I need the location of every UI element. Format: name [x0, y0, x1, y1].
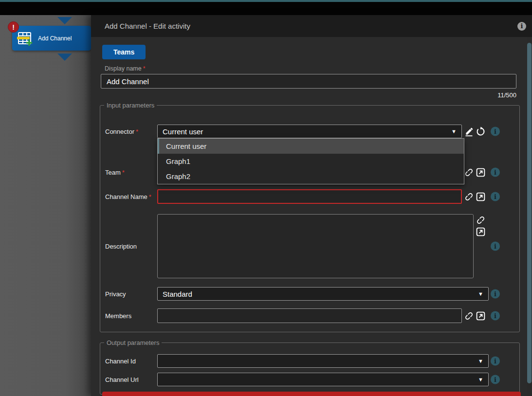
- required-asterisk: *: [143, 65, 146, 72]
- workflow-canvas[interactable]: ! Add Channel: [0, 15, 91, 396]
- edit-activity-panel: Add Channel - Edit activity i Teams Disp…: [91, 15, 532, 396]
- tab-teams[interactable]: Teams: [102, 45, 146, 59]
- description-info-icon[interactable]: i: [491, 242, 500, 251]
- connector-label: Connector*: [100, 128, 157, 135]
- workflow-node-add-channel[interactable]: Add Channel: [12, 26, 91, 51]
- dropdown-option-graph1[interactable]: Graph1: [158, 154, 464, 169]
- team-info-icon[interactable]: i: [491, 168, 500, 177]
- flow-arrow-bottom-icon: [57, 54, 72, 61]
- members-row: Members: [100, 308, 519, 323]
- open-in-new-icon[interactable]: [476, 192, 486, 202]
- panel-info-icon[interactable]: i: [517, 22, 526, 31]
- connector-row: Connector* Current user ▼: [100, 125, 519, 138]
- required-asterisk: *: [136, 128, 138, 135]
- input-parameters-legend: Input parameters: [104, 102, 157, 109]
- dropdown-option-graph2[interactable]: Graph2: [158, 169, 464, 184]
- panel-body: Teams Display name* 11/500 Input paramet…: [91, 37, 532, 396]
- channel-id-label: Channel Id: [100, 358, 157, 365]
- display-name-label: Display name*: [105, 65, 532, 72]
- open-in-new-icon[interactable]: [476, 167, 486, 178]
- channel-url-select[interactable]: ▼: [157, 373, 489, 386]
- panel-scrollbar[interactable]: [527, 37, 532, 396]
- link-variable-icon[interactable]: [476, 215, 486, 225]
- channel-url-row: Channel Url ▼ i: [100, 373, 519, 386]
- open-in-new-icon[interactable]: [476, 311, 486, 321]
- add-channel-table-icon: [17, 30, 33, 47]
- link-variable-icon[interactable]: [464, 311, 474, 321]
- channel-id-info-icon[interactable]: i: [491, 357, 500, 366]
- privacy-label: Privacy: [100, 290, 157, 298]
- error-message-bar: [102, 392, 521, 396]
- output-parameters-fieldset: Output parameters Channel Id ▼ i Channel…: [100, 339, 520, 395]
- description-textarea[interactable]: [157, 214, 474, 278]
- panel-title: Add Channel - Edit activity: [105, 22, 190, 30]
- privacy-row: Privacy Standard ▼ i: [100, 287, 519, 301]
- flow-arrow-top-icon: [57, 17, 72, 24]
- channel-name-info-icon[interactable]: i: [491, 192, 500, 201]
- chevron-down-icon: ▼: [478, 358, 483, 364]
- description-row: Description: [100, 214, 519, 278]
- edit-connector-icon[interactable]: [464, 126, 474, 137]
- channel-url-info-icon[interactable]: i: [491, 375, 500, 384]
- display-name-input[interactable]: [101, 74, 516, 89]
- required-asterisk: *: [149, 193, 151, 200]
- panel-header: Add Channel - Edit activity i: [91, 15, 532, 37]
- chevron-down-icon: ▼: [478, 377, 483, 382]
- members-input[interactable]: [157, 308, 462, 323]
- members-label: Members: [100, 312, 157, 320]
- team-label: Team*: [100, 169, 157, 176]
- scrollbar-thumb[interactable]: [527, 43, 532, 383]
- channel-name-input[interactable]: [157, 189, 462, 204]
- refresh-connectors-icon[interactable]: [476, 126, 486, 137]
- node-error-badge: !: [8, 21, 19, 33]
- description-label: Description: [100, 243, 157, 250]
- connector-info-icon[interactable]: i: [491, 127, 500, 136]
- char-counter: 11/500: [91, 91, 532, 99]
- input-parameters-fieldset: Input parameters Connector* Current user…: [100, 102, 520, 332]
- connector-dropdown-list: Current user Graph1 Graph2: [157, 138, 464, 184]
- members-info-icon[interactable]: i: [491, 311, 500, 321]
- required-asterisk: *: [122, 169, 125, 176]
- chevron-down-icon: ▼: [451, 128, 457, 134]
- channel-name-row: Channel Name*: [100, 189, 519, 204]
- channel-url-label: Channel Url: [100, 376, 157, 383]
- channel-name-label: Channel Name*: [100, 193, 157, 200]
- channel-id-select[interactable]: ▼: [157, 354, 489, 368]
- app-top-bar: [0, 2, 532, 15]
- dropdown-option-current-user[interactable]: Current user: [158, 139, 464, 154]
- link-variable-icon[interactable]: [464, 192, 474, 202]
- connector-select[interactable]: Current user ▼: [157, 125, 462, 138]
- privacy-info-icon[interactable]: i: [491, 289, 500, 299]
- open-in-new-icon[interactable]: [476, 227, 486, 237]
- privacy-select[interactable]: Standard ▼: [157, 287, 489, 301]
- node-label: Add Channel: [38, 35, 72, 42]
- channel-id-row: Channel Id ▼ i: [100, 354, 519, 368]
- chevron-down-icon: ▼: [478, 291, 483, 297]
- link-variable-icon[interactable]: [464, 167, 474, 178]
- output-parameters-legend: Output parameters: [104, 339, 162, 346]
